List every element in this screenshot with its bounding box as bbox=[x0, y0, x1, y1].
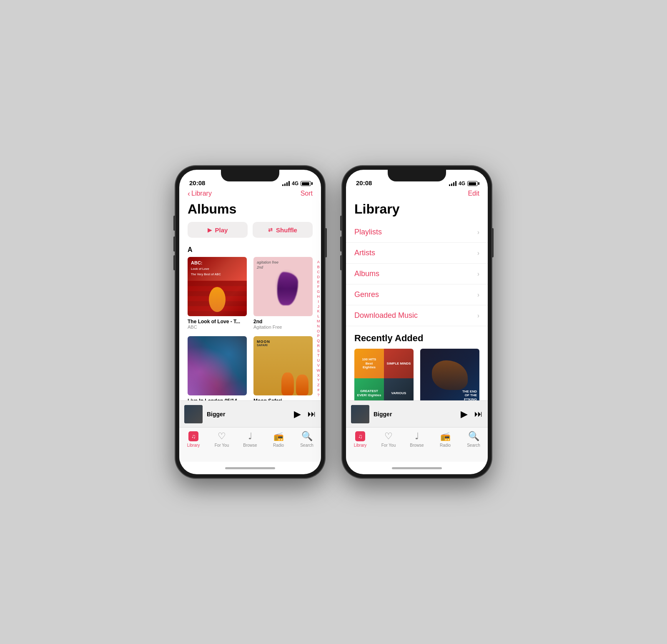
album-art-live bbox=[188, 336, 247, 395]
album-grid-container: ABC:Look of LoveThe Very Best of ABC The… bbox=[179, 257, 321, 400]
library-title: Library bbox=[346, 200, 488, 222]
heart-icon-2: ♡ bbox=[383, 431, 394, 442]
battery-2 bbox=[467, 181, 478, 186]
album-artist-agitation: Agitation Free bbox=[253, 325, 313, 330]
radio-icon-2: 📻 bbox=[440, 431, 451, 442]
g4-label-2: 4G bbox=[459, 181, 465, 186]
now-skip-button-1[interactable]: ⏭ bbox=[308, 409, 316, 419]
status-icons-1: 4G bbox=[282, 181, 311, 186]
tab-radio-2[interactable]: 📻 Radio bbox=[431, 431, 459, 448]
tab-browse-1[interactable]: ♩ Browse bbox=[236, 431, 264, 448]
album-title-agitation: 2nd bbox=[253, 319, 313, 325]
library-item-genres[interactable]: Genres › bbox=[346, 284, 488, 305]
nav-bar-1: ‹ Library Sort bbox=[179, 188, 321, 200]
recent-item-soma[interactable]: 100 HITSBestEighties SIMPLE MINDS GREATE… bbox=[354, 349, 414, 400]
status-icons-2: 4G bbox=[449, 181, 478, 186]
album-title-moon: Moon Safari bbox=[253, 398, 313, 400]
album-item-live[interactable]: Live In London 05/14... Aidan Baker bbox=[188, 336, 247, 400]
play-button[interactable]: ▶ Play bbox=[188, 222, 248, 238]
shuffle-icon: ⇄ bbox=[268, 227, 273, 233]
library-item-downloaded[interactable]: Downloaded Music › bbox=[346, 305, 488, 326]
album-item-moon[interactable]: MOON SAFARI Moon Safari Air bbox=[253, 336, 313, 400]
albums-title: Albums bbox=[179, 200, 321, 222]
phone-1-screen: 20:08 4G ‹ Library bbox=[179, 170, 321, 474]
library-item-playlists[interactable]: Playlists › bbox=[346, 222, 488, 243]
back-button-1[interactable]: ‹ Library bbox=[188, 190, 212, 197]
now-playing-controls-2: ▶ ⏭ bbox=[461, 409, 483, 420]
tab-search-2[interactable]: 🔍 Search bbox=[459, 431, 488, 448]
search-icon-2: 🔍 bbox=[468, 431, 479, 442]
recently-added-header: Recently Added bbox=[346, 326, 488, 349]
library-list: Playlists › Artists › Albums › Genres › … bbox=[346, 222, 488, 400]
downloaded-chevron: › bbox=[477, 312, 479, 319]
tab-library-1[interactable]: ♫ Library bbox=[179, 431, 208, 448]
recently-grid: 100 HITSBestEighties SIMPLE MINDS GREATE… bbox=[346, 349, 488, 400]
home-indicator-2 bbox=[346, 462, 488, 474]
sort-button[interactable]: Sort bbox=[301, 190, 313, 197]
downloaded-label: Downloaded Music bbox=[354, 311, 418, 320]
note-icon-1: ♩ bbox=[245, 431, 256, 442]
action-buttons-1: ▶ Play ⇄ Shuffle bbox=[179, 222, 321, 244]
playlists-chevron: › bbox=[477, 229, 479, 236]
playlists-label: Playlists bbox=[354, 228, 382, 236]
album-art-moon: MOON SAFARI bbox=[253, 336, 313, 395]
notch-1 bbox=[221, 170, 279, 181]
notch-2 bbox=[388, 170, 446, 181]
tab-browse-2[interactable]: ♩ Browse bbox=[403, 431, 431, 448]
now-play-button-2[interactable]: ▶ bbox=[461, 409, 468, 420]
section-a-header: A bbox=[179, 244, 321, 257]
tab-radio-1[interactable]: 📻 Radio bbox=[264, 431, 293, 448]
phone-2: 20:08 4G Edit Libr bbox=[342, 166, 492, 478]
tab-browse-label-1: Browse bbox=[243, 443, 257, 448]
now-play-button-1[interactable]: ▶ bbox=[294, 409, 301, 420]
library-icon-2: ♫ bbox=[355, 431, 366, 442]
screen-content-1: ‹ Library Sort Albums ▶ Play ⇄ Shuffle A bbox=[179, 188, 321, 400]
tab-search-label-1: Search bbox=[300, 443, 313, 448]
edit-button[interactable]: Edit bbox=[468, 190, 479, 197]
now-playing-bar-1[interactable]: Bigger ▶ ⏭ bbox=[179, 400, 321, 427]
now-skip-button-2[interactable]: ⏭ bbox=[474, 409, 483, 419]
status-time-1: 20:08 bbox=[189, 179, 205, 186]
tab-library-label-1: Library bbox=[187, 443, 200, 448]
tab-search-1[interactable]: 🔍 Search bbox=[293, 431, 321, 448]
library-item-albums[interactable]: Albums › bbox=[346, 264, 488, 284]
now-playing-title-1: Bigger bbox=[207, 411, 290, 418]
tab-radio-label-2: Radio bbox=[440, 443, 451, 448]
recent-item-walking[interactable]: THE ENDOF THEF**KINGWORLD Walking All Da… bbox=[420, 349, 479, 400]
albums-label: Albums bbox=[354, 269, 379, 278]
phone-1: 20:08 4G ‹ Library bbox=[175, 166, 325, 478]
tab-library-label-2: Library bbox=[354, 443, 367, 448]
album-item-agitation[interactable]: agitation free2nd 2nd Agitation Free bbox=[253, 257, 313, 330]
shuffle-button[interactable]: ⇄ Shuffle bbox=[253, 222, 313, 238]
battery-1 bbox=[301, 181, 311, 186]
back-label-1: Library bbox=[191, 190, 212, 197]
back-chevron-1: ‹ bbox=[188, 190, 190, 197]
genres-label: Genres bbox=[354, 290, 379, 299]
now-playing-art-2 bbox=[351, 405, 369, 423]
genres-chevron: › bbox=[477, 291, 479, 299]
tab-browse-label-2: Browse bbox=[410, 443, 424, 448]
home-indicator-1 bbox=[179, 462, 321, 474]
library-item-artists[interactable]: Artists › bbox=[346, 243, 488, 264]
artists-label: Artists bbox=[354, 249, 375, 257]
album-grid: ABC:Look of LoveThe Very Best of ABC The… bbox=[188, 257, 313, 400]
albums-chevron: › bbox=[477, 270, 479, 278]
now-playing-controls-1: ▶ ⏭ bbox=[294, 409, 316, 420]
note-icon-2: ♩ bbox=[411, 431, 422, 442]
tab-library-2[interactable]: ♫ Library bbox=[346, 431, 374, 448]
tab-foryou-1[interactable]: ♡ For You bbox=[208, 431, 236, 448]
now-playing-bar-2[interactable]: Bigger ▶ ⏭ bbox=[346, 400, 488, 427]
shuffle-label: Shuffle bbox=[276, 226, 297, 234]
album-art-abc: ABC:Look of LoveThe Very Best of ABC bbox=[188, 257, 247, 316]
play-icon: ▶ bbox=[208, 227, 212, 233]
tab-foryou-label-1: For You bbox=[215, 443, 229, 448]
album-item-abc[interactable]: ABC:Look of LoveThe Very Best of ABC The… bbox=[188, 257, 247, 330]
radio-icon-1: 📻 bbox=[273, 431, 284, 442]
alpha-scrubber[interactable]: A B C D E F G H I J K L M N O P Q bbox=[317, 257, 321, 400]
status-time-2: 20:08 bbox=[356, 179, 372, 186]
tab-bar-2: ♫ Library ♡ For You ♩ Browse 📻 Radio 🔍 S… bbox=[346, 427, 488, 462]
g4-label-1: 4G bbox=[292, 181, 298, 186]
now-playing-info-2: Bigger bbox=[374, 411, 456, 418]
album-title-live: Live In London 05/14... bbox=[188, 398, 247, 400]
tab-foryou-2[interactable]: ♡ For You bbox=[374, 431, 403, 448]
